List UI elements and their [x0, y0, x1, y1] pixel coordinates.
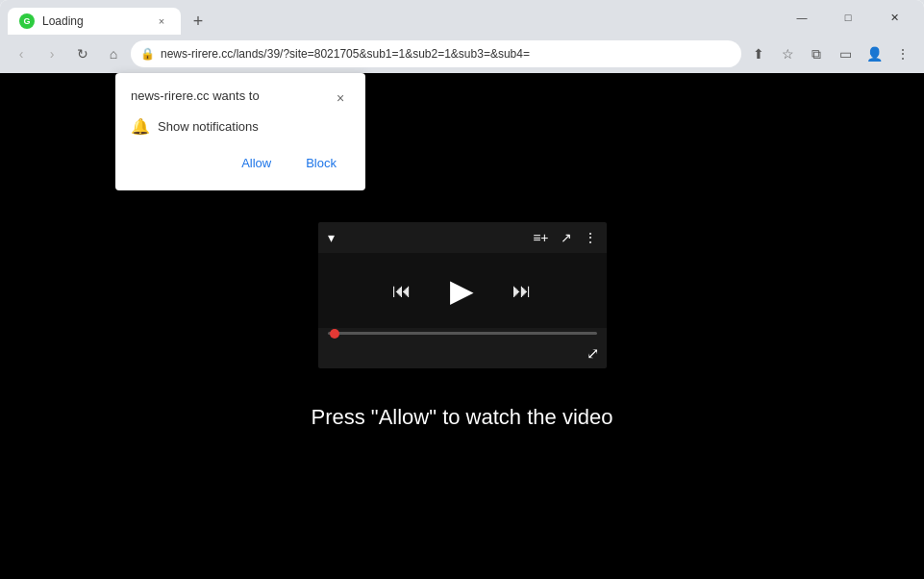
tab-close-button[interactable]: × — [154, 13, 169, 29]
tab-title: Loading — [42, 14, 146, 28]
window-controls: — □ ✕ — [780, 3, 916, 32]
play-button[interactable]: ▶ — [450, 272, 474, 309]
add-to-queue-icon[interactable]: ≡+ — [533, 230, 548, 245]
new-tab-button[interactable]: + — [185, 8, 212, 35]
extensions-button[interactable]: ⧉ — [803, 40, 830, 67]
notification-label: Show notifications — [158, 119, 259, 134]
share-button[interactable]: ⬆ — [745, 40, 772, 67]
bookmark-button[interactable]: ☆ — [774, 40, 801, 67]
forward-button[interactable]: › — [38, 40, 65, 67]
popup-title: news-rirere.cc wants to — [131, 88, 260, 103]
tab-favicon: G — [19, 13, 35, 29]
title-bar: G Loading × + — □ ✕ — [0, 0, 924, 35]
page-content: news-rirere.cc wants to × 🔔 Show notific… — [0, 73, 924, 579]
fullscreen-button[interactable]: ⤢ — [587, 344, 599, 363]
lock-icon: 🔒 — [140, 47, 155, 61]
popup-notification-row: 🔔 Show notifications — [131, 117, 350, 136]
sidebar-button[interactable]: ▭ — [832, 40, 859, 67]
tab-bar: G Loading × + — [8, 0, 768, 35]
toolbar: ‹ › ↻ ⌂ 🔒 news-rirere.cc/lands/39/?site=… — [0, 35, 924, 73]
share-video-icon[interactable]: ↗ — [561, 230, 572, 245]
press-allow-text: Press "Allow" to watch the video — [312, 405, 613, 430]
toolbar-actions: ⬆ ☆ ⧉ ▭ 👤 ⋮ — [745, 40, 916, 67]
video-controls-top: ▾ ≡+ ↗ ⋮ — [318, 222, 607, 253]
video-player: ▾ ≡+ ↗ ⋮ ⏮ ▶ ⏭ ⤢ — [318, 222, 607, 368]
block-button[interactable]: Block — [292, 151, 350, 175]
popup-actions: Allow Block — [131, 151, 350, 175]
popup-close-button[interactable]: × — [331, 88, 350, 108]
minimize-button[interactable]: — — [780, 3, 824, 32]
next-button[interactable]: ⏭ — [512, 280, 532, 302]
back-button[interactable]: ‹ — [8, 40, 35, 67]
home-button[interactable]: ⌂ — [100, 40, 127, 67]
account-button[interactable]: 👤 — [861, 40, 887, 67]
progress-bar[interactable] — [328, 332, 597, 335]
popup-header: news-rirere.cc wants to × — [131, 88, 350, 108]
reload-button[interactable]: ↻ — [69, 40, 96, 67]
video-main: ⏮ ▶ ⏭ — [318, 253, 607, 328]
active-tab[interactable]: G Loading × — [8, 8, 181, 35]
allow-button[interactable]: Allow — [228, 151, 285, 175]
more-options-icon[interactable]: ⋮ — [584, 230, 597, 245]
notification-popup: news-rirere.cc wants to × 🔔 Show notific… — [115, 73, 365, 190]
url-text: news-rirere.cc/lands/39/?site=8021705&su… — [161, 47, 732, 61]
bell-icon: 🔔 — [131, 117, 150, 136]
menu-button[interactable]: ⋮ — [889, 40, 916, 67]
progress-dot — [330, 329, 339, 339]
collapse-icon[interactable]: ▾ — [328, 230, 335, 245]
video-top-right-controls: ≡+ ↗ ⋮ — [533, 230, 596, 245]
close-button[interactable]: ✕ — [872, 3, 916, 32]
video-controls-bottom: ⤢ — [318, 342, 607, 368]
maximize-button[interactable]: □ — [826, 3, 870, 32]
browser-window: G Loading × + — □ ✕ ‹ › ↻ ⌂ 🔒 news-rirer… — [0, 0, 924, 579]
address-bar[interactable]: 🔒 news-rirere.cc/lands/39/?site=8021705&… — [131, 40, 741, 67]
prev-button[interactable]: ⏮ — [392, 280, 412, 302]
video-progress[interactable] — [318, 328, 607, 342]
